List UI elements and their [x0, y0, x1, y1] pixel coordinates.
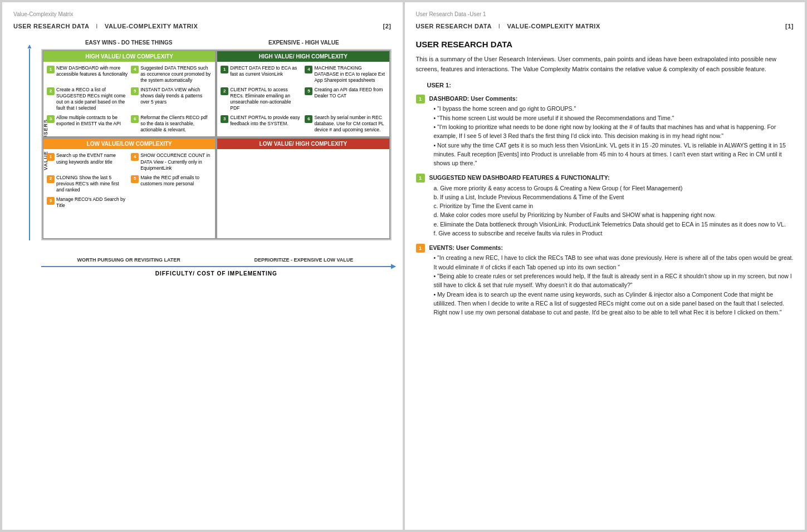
item-text: Create a RECO a list of SUGGESTED RECs m… — [56, 87, 128, 111]
user-section-label: USER 1: — [427, 82, 794, 88]
user-item-2-bullet-4: e. Eliminate the Data bottleneck through… — [434, 220, 786, 229]
item-text: Manage RECO's ADD Search by Title — [56, 196, 128, 209]
item-num: 3 — [47, 115, 55, 123]
bottom-label-right: DEPRIORITIZE - EXPENSIVE LOW VALUE — [216, 257, 391, 263]
item-text: Creating an API data FEED from Dealer TO… — [314, 87, 385, 99]
list-item: 3 Manage RECO's ADD Search by Title — [46, 195, 129, 210]
right-window-title: User Research Data -User 1 — [416, 11, 794, 17]
item-num: 2 — [221, 87, 228, 95]
x-axis-arrow — [41, 266, 392, 267]
bottom-label-left: WORTH PURSUING OR REVISITING LATER — [41, 257, 216, 263]
user-item-2-content: SUGGESTED NEW DASHBOARD FEATURES & FUNCT… — [429, 173, 786, 238]
user-item-1-bullet-3: • Not sure why the time CAT gets it is s… — [434, 141, 794, 168]
left-header-label1: USER RESEARCH DATA — [13, 23, 89, 29]
top-label-right: EXPENSIVE - HIGH VALUE — [216, 40, 391, 46]
q1-items: 1 NEW DASHBOARD with more accessible fea… — [43, 62, 215, 136]
user-item-2-bullet-5: f. Give access to subscribe and receive … — [434, 229, 786, 238]
bottom-col-labels: WORTH PURSUING OR REVISITING LATER DEPRI… — [41, 257, 392, 263]
right-section-title: USER RESEARCH DATA — [416, 40, 794, 49]
y-axis-arrow — [29, 49, 30, 240]
left-page-num: [2] — [383, 23, 392, 29]
item-num: 4 — [305, 66, 312, 73]
left-header: USER RESEARCH DATA I VALUE-COMPLEXITY MA… — [13, 23, 392, 29]
user-badge-2: 1 — [416, 174, 425, 183]
user-item-2-bullet-2: c. Prioritize by Time the Event came in — [434, 201, 786, 210]
q3-header: LOW VALUE/LOW COMPLEXITY — [43, 139, 215, 149]
right-intro: This is a summary of the User Research I… — [416, 55, 794, 74]
user-badge-1: 1 — [416, 95, 425, 104]
list-item: 1 NEW DASHBOARD with more accessible fea… — [46, 64, 129, 85]
item-text: INSTANT DATA VIEW which shows daily tren… — [140, 87, 212, 105]
top-label-left: EASY WINS - DO THESE THINGS — [41, 40, 216, 46]
user-item-1-bullet-0: • "I bypass the home screen and go right… — [434, 104, 794, 113]
user-item-1: 1 DASHBOARD: User Comments: • "I bypass … — [416, 94, 794, 168]
user-item-1-bullet-1: • "This home screen List would be more u… — [434, 114, 794, 122]
list-item: 5 INSTANT DATA VIEW which shows daily tr… — [130, 86, 213, 112]
item-num: 5 — [131, 87, 139, 95]
item-num: 1 — [221, 66, 228, 73]
quadrant-q4: LOW VALUE/ HIGH COMPLEXITY — [216, 137, 390, 239]
item-num: 4 — [131, 66, 139, 73]
item-text: NEW DASHBOARD with more accessible featu… — [56, 65, 128, 77]
matrix-grid: HIGH VALUE/ LOW COMPLEXITY 1 NEW DASHBOA… — [41, 49, 392, 240]
q2-items: 1 DIRECT DATA FEED to ECA as fast as cur… — [217, 62, 389, 136]
user-item-2-bullet-3: d. Make color codes more useful by Prior… — [434, 210, 786, 219]
right-header: USER RESEARCH DATA I VALUE-COMPLEXITY MA… — [416, 23, 794, 29]
item-text: Allow multiple contracts to be exported … — [56, 115, 128, 127]
list-item: 1 DIRECT DATA FEED to ECA as fast as cur… — [219, 64, 302, 85]
item-text: Reformat the Client's RECO pdf so the da… — [140, 115, 212, 133]
item-num: 4 — [131, 153, 139, 161]
item-text: MACHINE TRACKING DATABASE in ECA to repl… — [314, 65, 385, 83]
list-item: 3 CLIENT PORTAL to provide easy feedback… — [219, 114, 302, 134]
user-item-2-bullet-1: b. If using a List, Include Previous Rec… — [434, 193, 786, 201]
user-item-1-title: DASHBOARD: User Comments: — [429, 94, 794, 103]
item-num: 2 — [47, 87, 55, 95]
list-item: 4 MACHINE TRACKING DATABASE in ECA to re… — [304, 64, 387, 85]
item-num: 3 — [47, 197, 55, 205]
user-item-2-title: SUGGESTED NEW DASHBOARD FEATURES & FUNCT… — [429, 173, 786, 182]
right-page-num: [1] — [785, 23, 794, 29]
x-axis-area: DIFFICULTY/ COST OF IMPLEMENTING — [41, 266, 392, 277]
list-item: 4 SHOW OCCURENCE COUNT in DATA View - Cu… — [130, 151, 213, 172]
user-item-2-bullet-0: a. Give more priority & easy access to G… — [434, 184, 786, 193]
user-item-3-content: EVENTS: User Comments: • "In creating a … — [429, 243, 794, 317]
item-text: CLIENT PORTAL to access RECs. Eliminate … — [230, 87, 301, 111]
left-header-sep: I — [96, 23, 98, 29]
left-window-title: Value-Complexity Matrix — [13, 11, 392, 17]
list-item: 2 CLIENT PORTAL to access RECs. Eliminat… — [219, 86, 302, 112]
user-item-3-title: EVENTS: User Comments: — [429, 243, 794, 252]
user-item-1-content: DASHBOARD: User Comments: • "I bypass th… — [429, 94, 794, 168]
left-panel: Value-Complexity Matrix USER RESEARCH DA… — [2, 2, 403, 530]
item-text: CLIENT PORTAL to provide easy feedback i… — [230, 115, 301, 127]
quadrant-q3: LOW VALUE/LOW COMPLEXITY 1 Search up the… — [42, 137, 216, 239]
user-item-2: 1 SUGGESTED NEW DASHBOARD FEATURES & FUN… — [416, 173, 794, 238]
user-item-3-bullet-2: • My Dream idea is to search up the even… — [434, 290, 794, 317]
q4-items — [217, 149, 389, 238]
item-text: CLONING Show the last 5 previous REC's w… — [56, 175, 128, 193]
item-num: 6 — [131, 115, 139, 123]
q4-header: LOW VALUE/ HIGH COMPLEXITY — [217, 139, 389, 149]
item-num: 5 — [305, 87, 312, 95]
list-item: 5 Make the REC pdf emails to customers m… — [130, 174, 213, 194]
right-header-label2: VALUE-COMPLEXITY MATRIX — [507, 23, 600, 29]
right-header-label1: USER RESEARCH DATA — [416, 23, 492, 29]
item-num: 5 — [131, 175, 139, 183]
q3-items: 1 Search up the EVENT name using keyword… — [43, 149, 215, 211]
right-content: USER RESEARCH DATA This is a summary of … — [416, 40, 794, 317]
top-col-labels: EASY WINS - DO THESE THINGS EXPENSIVE - … — [41, 40, 392, 46]
item-text: DIRECT DATA FEED to ECA as fast as curre… — [230, 65, 301, 77]
list-item: 2 Create a RECO a list of SUGGESTED RECs… — [46, 86, 129, 112]
list-item: 6 Reformat the Client's RECO pdf so the … — [130, 114, 213, 134]
quadrant-q1: HIGH VALUE/ LOW COMPLEXITY 1 NEW DASHBOA… — [42, 50, 216, 137]
list-item: 5 Creating an API data FEED from Dealer … — [304, 86, 387, 112]
left-header-label2: VALUE-COMPLEXITY MATRIX — [105, 23, 198, 29]
item-num: 3 — [221, 115, 228, 123]
item-text: Make the REC pdf emails to customers mor… — [140, 175, 212, 187]
right-panel: User Research Data -User 1 USER RESEARCH… — [405, 2, 805, 530]
list-item: 4 Suggested DATA TRENDS such as occurren… — [130, 64, 213, 85]
item-text: Search up the EVENT name using keywords … — [56, 152, 128, 165]
matrix-wrapper: VALUE TO USERS HIGH VALUE/ LOW COMPLEXIT… — [41, 49, 392, 240]
user-item-1-bullet-2: • "I'm looking to prioritize what needs … — [434, 122, 794, 141]
list-item: 3 Allow multiple contracts to be exporte… — [46, 114, 129, 134]
list-item: 6 Search by serial number in REC databas… — [304, 114, 387, 134]
